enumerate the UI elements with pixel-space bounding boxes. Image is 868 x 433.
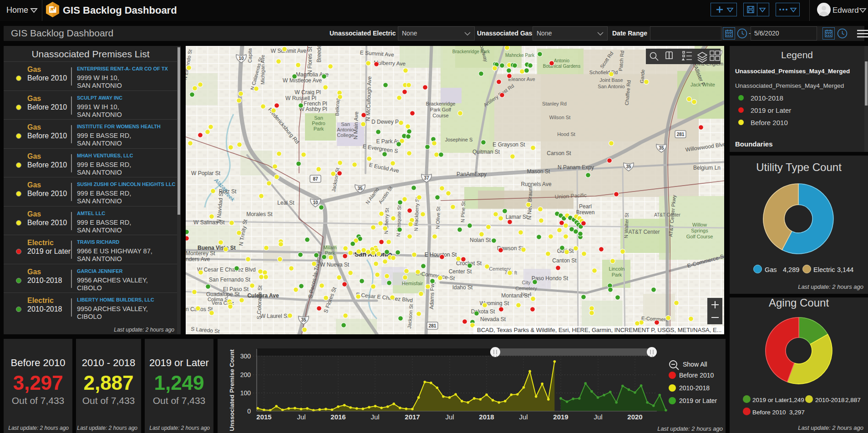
svg-text:Jul: Jul [297, 413, 305, 421]
svg-text:0: 0 [247, 408, 251, 415]
svg-text:2019 or Later: 2019 or Later [679, 397, 717, 404]
svg-text:Jul: Jul [594, 413, 602, 421]
svg-text:Last update: 2 hours ago: Last update: 2 hours ago [657, 425, 723, 432]
svg-text:2018: 2018 [479, 413, 494, 421]
svg-text:300: 300 [240, 352, 251, 360]
svg-text:Before 2010: Before 2010 [679, 372, 714, 379]
svg-text:Jul: Jul [445, 413, 454, 421]
svg-text:Unssociated Premise Count: Unssociated Premise Count [228, 349, 235, 431]
svg-text:Jul: Jul [519, 413, 528, 421]
svg-text:Jul: Jul [371, 413, 379, 421]
svg-text:2019: 2019 [553, 413, 568, 421]
svg-text:2010-2018: 2010-2018 [679, 384, 710, 392]
svg-text:2017: 2017 [405, 413, 420, 421]
svg-text:Show All: Show All [683, 361, 707, 368]
svg-text:200: 200 [240, 371, 251, 378]
svg-text:2016: 2016 [330, 413, 345, 421]
svg-text:2015: 2015 [256, 413, 271, 421]
svg-text:100: 100 [240, 389, 251, 397]
svg-text:2020: 2020 [627, 413, 642, 421]
